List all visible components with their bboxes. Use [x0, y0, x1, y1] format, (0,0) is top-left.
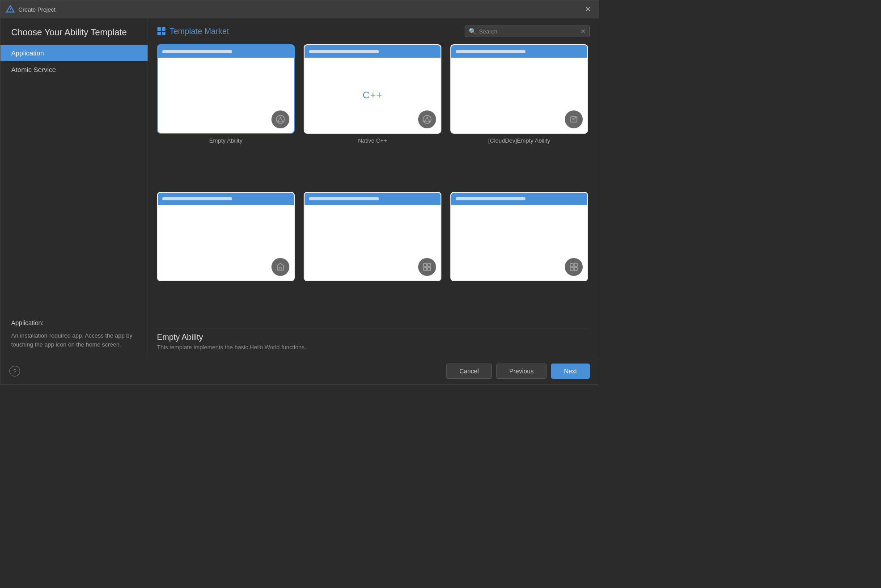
footer: ? Cancel Previous Next — [0, 358, 599, 384]
description-title: Application: — [11, 318, 137, 328]
phone-bar-2 — [309, 50, 379, 53]
phone-header-4 — [158, 193, 294, 205]
sidebar-items: Application Atomic Service — [0, 45, 148, 311]
phone-bar-6 — [456, 197, 525, 200]
phone-bar-4 — [162, 197, 232, 200]
search-clear-button[interactable]: ✕ — [580, 28, 586, 34]
template-card-5[interactable] — [304, 192, 441, 324]
template-label-native-cpp: Native C++ — [358, 137, 387, 144]
next-button[interactable]: Next — [551, 364, 590, 379]
template-label-clouddev: [CloudDev]Empty Ability — [488, 137, 551, 144]
right-panel: Template Market 🔍 ✕ — [148, 18, 599, 358]
selected-template-description: This template implements the basic Hello… — [157, 344, 590, 351]
template-preview-4[interactable] — [157, 192, 295, 281]
sidebar-item-application[interactable]: Application — [0, 45, 148, 61]
template-card-empty-ability[interactable]: Empty Ability — [157, 44, 295, 183]
selected-template-title: Empty Ability — [157, 333, 590, 342]
templates-grid: Empty Ability C++ — [157, 44, 590, 323]
right-panel-header: Template Market 🔍 ✕ — [157, 25, 590, 37]
phone-header-6 — [451, 193, 587, 205]
phone-header-5 — [305, 193, 440, 205]
svg-rect-5 — [157, 32, 161, 35]
badge-4 — [271, 258, 289, 276]
dialog-heading: Choose Your Ability Template — [0, 18, 148, 45]
sidebar-item-atomic-service[interactable]: Atomic Service — [0, 61, 148, 78]
title-bar-left: Create Project — [6, 5, 55, 14]
svg-rect-24 — [279, 267, 282, 270]
svg-point-8 — [280, 117, 281, 118]
svg-line-12 — [280, 118, 283, 121]
close-button[interactable]: ✕ — [582, 4, 593, 15]
search-icon: 🔍 — [469, 28, 476, 35]
selected-info: Empty Ability This template implements t… — [157, 329, 590, 351]
badge-clouddev — [565, 110, 583, 128]
badge-native-cpp — [418, 110, 436, 128]
title-bar: Create Project ✕ — [0, 0, 599, 18]
search-input[interactable] — [479, 28, 578, 35]
svg-point-2 — [10, 11, 11, 12]
app-logo — [6, 5, 15, 14]
phone-header-1 — [158, 45, 294, 58]
market-icon — [157, 27, 166, 36]
sidebar-description: Application: An installation-required ap… — [0, 311, 148, 358]
svg-line-18 — [425, 118, 428, 121]
svg-rect-26 — [428, 263, 431, 267]
badge-6 — [565, 258, 583, 276]
phone-bar-3 — [456, 50, 525, 53]
left-panel: Choose Your Ability Template Application… — [0, 18, 148, 358]
template-card-4[interactable] — [157, 192, 295, 324]
previous-button[interactable]: Previous — [496, 364, 546, 379]
svg-rect-4 — [162, 27, 165, 31]
svg-line-11 — [279, 118, 281, 121]
footer-left: ? — [9, 366, 20, 376]
svg-rect-6 — [162, 32, 165, 35]
svg-point-15 — [427, 117, 428, 118]
cpp-label: C++ — [363, 89, 383, 101]
badge-5 — [418, 258, 436, 276]
template-preview-6[interactable] — [450, 192, 588, 281]
phone-header-2 — [305, 45, 440, 58]
phone-bar-5 — [309, 197, 379, 200]
phone-header-3 — [451, 45, 587, 58]
template-card-native-cpp[interactable]: C++ Native C++ — [304, 44, 441, 183]
template-preview-empty-ability[interactable] — [157, 44, 295, 134]
badge-empty-ability — [271, 110, 289, 128]
svg-rect-25 — [424, 263, 427, 267]
svg-rect-27 — [424, 267, 427, 271]
search-box[interactable]: 🔍 ✕ — [465, 25, 590, 37]
main-content: Choose Your Ability Template Application… — [0, 18, 599, 358]
svg-rect-32 — [574, 267, 577, 271]
market-title-text: Template Market — [169, 27, 229, 36]
svg-rect-28 — [428, 267, 431, 271]
svg-rect-31 — [570, 267, 573, 271]
svg-rect-30 — [574, 263, 577, 267]
template-card-clouddev[interactable]: [CloudDev]Empty Ability — [450, 44, 588, 183]
svg-rect-29 — [570, 263, 573, 267]
template-preview-5[interactable] — [304, 192, 441, 281]
template-preview-native-cpp[interactable]: C++ — [304, 44, 441, 134]
help-button[interactable]: ? — [9, 366, 20, 376]
description-text: An installation-required app. Access the… — [11, 331, 137, 349]
phone-bar-1 — [162, 50, 232, 53]
template-preview-clouddev[interactable] — [450, 44, 588, 134]
window-title: Create Project — [18, 6, 55, 13]
svg-line-19 — [427, 118, 429, 121]
cancel-button[interactable]: Cancel — [446, 364, 492, 379]
template-label-empty-ability: Empty Ability — [209, 137, 242, 144]
template-card-6[interactable] — [450, 192, 588, 324]
market-title: Template Market — [157, 27, 229, 36]
svg-rect-3 — [157, 27, 161, 31]
